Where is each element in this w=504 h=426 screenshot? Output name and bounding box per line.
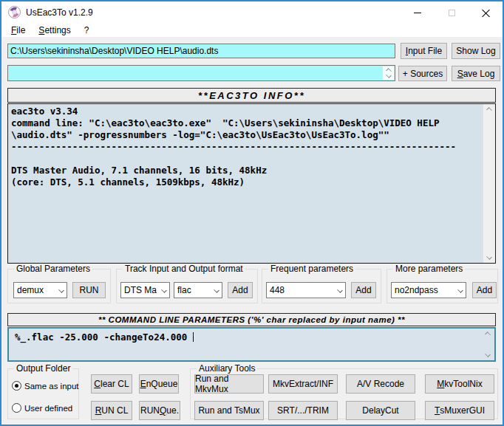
frequent-parameters-add-button[interactable]: Add bbox=[351, 282, 376, 298]
track-input-format-value: DTS Ma bbox=[124, 285, 157, 295]
command-line-field[interactable]: %_.flac -25.000 -changeTo24.000 bbox=[7, 327, 496, 362]
text-cursor bbox=[193, 332, 194, 342]
group-more-label: More parameters bbox=[393, 264, 465, 274]
close-button[interactable] bbox=[469, 1, 503, 24]
tsmuxergui-button[interactable]: TsMuxerGUI bbox=[425, 401, 494, 420]
add-sources-button[interactable]: + Sources bbox=[398, 66, 447, 81]
scroll-up-icon bbox=[485, 331, 491, 337]
input-file-path: C:\Users\sekininsha\Desktop\VIDEO HELP\a… bbox=[10, 46, 218, 56]
more-parameters-dropdown[interactable]: no2ndpass bbox=[391, 282, 466, 298]
frequent-parameters-value: 448 bbox=[270, 285, 285, 295]
app-icon bbox=[8, 6, 21, 18]
sources-spinner[interactable] bbox=[382, 66, 394, 80]
menu-file[interactable]: File bbox=[4, 24, 32, 36]
delaycut-button[interactable]: DelayCut bbox=[346, 401, 415, 420]
srt-trim-button[interactable]: SRT/.../TRIM bbox=[268, 401, 338, 420]
minimize-icon bbox=[414, 13, 421, 13]
chevron-down-icon bbox=[161, 287, 167, 293]
window-title: UsEac3To v1.2.9 bbox=[26, 1, 93, 24]
frequent-parameters-dropdown[interactable]: 448 bbox=[266, 282, 346, 298]
spinner-down-icon bbox=[386, 72, 392, 78]
command-scroll-arrows[interactable] bbox=[483, 330, 493, 359]
command-line-text: %_.flac -25.000 -changeTo24.000 bbox=[15, 331, 478, 343]
group-global-label: Global Parameters bbox=[14, 264, 92, 274]
global-parameters-dropdown[interactable]: demux bbox=[13, 282, 67, 298]
group-track-label: Track Input and Output format bbox=[123, 264, 245, 274]
clear-cl-button[interactable]: Clear CL bbox=[91, 374, 132, 394]
group-output-label: Output Folder bbox=[14, 363, 72, 374]
show-log-button[interactable]: Show Log bbox=[452, 43, 500, 59]
run-que-button[interactable]: RUN Que. bbox=[139, 401, 180, 420]
chevron-down-icon bbox=[214, 287, 219, 293]
track-input-format-dropdown[interactable]: DTS Ma bbox=[120, 282, 170, 298]
radio-same-as-input-label: Same as input bbox=[24, 382, 79, 391]
menu-help[interactable]: ? bbox=[78, 24, 96, 36]
radio-unselected-icon bbox=[12, 403, 21, 413]
av-recode-button[interactable]: A/V Recode bbox=[346, 374, 415, 394]
chevron-down-icon bbox=[457, 287, 463, 293]
mkvtoolnix-button[interactable]: MkvToolNix bbox=[425, 374, 494, 394]
run-and-tsmux-button[interactable]: Run and TsMux bbox=[194, 401, 264, 420]
info-output-text: eac3to v3.34 command line: "C:\eac3to\ea… bbox=[11, 106, 479, 261]
command-section-header: ** COMMAND LINE PARAMETERS ('%' char rep… bbox=[7, 313, 496, 326]
info-output-area[interactable]: eac3to v3.34 command line: "C:\eac3to\ea… bbox=[7, 103, 496, 264]
info-section-header: **EAC3TO INFO** bbox=[7, 88, 496, 103]
app-window: UsEac3To v1.2.9 File Settings ? C:\Users… bbox=[0, 0, 504, 426]
input-file-button[interactable]: Input File bbox=[401, 43, 447, 59]
sources-field[interactable] bbox=[7, 65, 395, 81]
radio-user-defined[interactable]: User defined bbox=[12, 403, 72, 413]
scroll-up-icon bbox=[486, 107, 492, 113]
enqueue-button[interactable]: EnQueue bbox=[139, 374, 179, 394]
more-parameters-add-button[interactable]: Add bbox=[472, 282, 497, 298]
group-aux-label: Auxiliary Tools bbox=[197, 363, 257, 374]
minimize-button[interactable] bbox=[401, 1, 435, 24]
run-button[interactable]: RUN bbox=[72, 282, 106, 298]
radio-selected-icon bbox=[12, 381, 21, 391]
close-icon bbox=[482, 9, 490, 17]
track-output-format-dropdown[interactable]: flac bbox=[174, 282, 222, 298]
info-scrollbar[interactable] bbox=[483, 104, 495, 263]
chevron-down-icon bbox=[58, 287, 64, 293]
track-output-format-value: flac bbox=[177, 285, 191, 295]
group-frequent-label: Frequent parameters bbox=[268, 264, 355, 274]
maximize-icon bbox=[449, 10, 455, 16]
scroll-down-icon bbox=[485, 351, 491, 357]
input-file-field[interactable]: C:\Users\sekininsha\Desktop\VIDEO HELP\a… bbox=[7, 44, 395, 58]
track-format-add-button[interactable]: Add bbox=[228, 282, 253, 298]
run-and-mkvmux-button[interactable]: Run and MkvMux bbox=[194, 374, 264, 394]
global-parameters-value: demux bbox=[17, 285, 44, 295]
run-cl-button[interactable]: RUN CL bbox=[91, 401, 132, 420]
chevron-down-icon bbox=[337, 287, 343, 293]
title-bar: UsEac3To v1.2.9 bbox=[1, 1, 503, 24]
radio-same-as-input[interactable]: Same as input bbox=[12, 381, 79, 391]
menu-bar: File Settings ? bbox=[1, 24, 503, 37]
scroll-down-icon bbox=[486, 254, 492, 260]
mkvextract-inf-button[interactable]: MkvExtract/INF bbox=[268, 374, 338, 394]
maximize-button[interactable] bbox=[435, 1, 469, 24]
radio-user-defined-label: User defined bbox=[24, 404, 72, 413]
menu-settings[interactable]: Settings bbox=[32, 24, 77, 36]
save-log-button[interactable]: Save Log bbox=[452, 66, 500, 81]
more-parameters-value: no2ndpass bbox=[395, 285, 438, 295]
